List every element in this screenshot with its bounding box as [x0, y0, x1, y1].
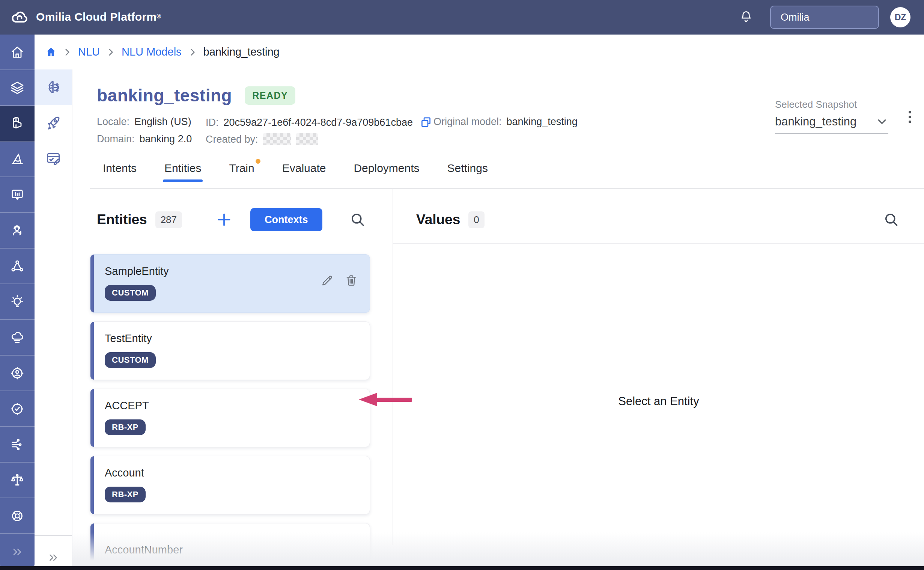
main-content: banking_testing READY Locale: English (U… [72, 69, 924, 570]
sidebar-collapse-button[interactable] [0, 534, 35, 570]
entity-card-accept[interactable]: ACCEPT RB-XP [90, 389, 370, 447]
entity-actions [320, 273, 359, 288]
sidebar-item-support[interactable] [0, 498, 35, 534]
collapse-icon [47, 551, 60, 564]
tab-evaluate[interactable]: Evaluate [282, 162, 326, 175]
lightbulb-icon [10, 294, 25, 310]
badge-check-icon [10, 401, 25, 417]
contexts-button[interactable]: Contexts [250, 208, 322, 231]
entity-name: ACCEPT [105, 400, 370, 412]
meta-created-by: Created by: [206, 133, 323, 145]
entity-card-test-entity[interactable]: TestEntity CUSTOM [90, 322, 370, 380]
id-label: ID: [206, 117, 219, 129]
entity-name: AccountNumber [105, 544, 370, 556]
sidebar-item-agent[interactable] [0, 213, 35, 248]
copy-id-icon[interactable] [420, 116, 432, 129]
tab-deployments[interactable]: Deployments [354, 162, 419, 175]
lifebuoy-icon [10, 509, 25, 523]
sidebar-item-analytics[interactable] [0, 142, 35, 177]
breadcrumb-home-icon[interactable] [45, 46, 57, 58]
snapshot-selector: Selected Snapshot banking_testing [775, 99, 888, 134]
delete-entity-icon[interactable] [344, 273, 359, 288]
sidebar-item-integrations[interactable] [0, 427, 35, 463]
id-value: 20c59a27-1e6f-4024-8cd7-9a709b61cbae [224, 117, 413, 129]
tab-train-label: Train [229, 162, 254, 174]
sidebar-item-home[interactable] [0, 35, 35, 70]
locale-label: Locale: [97, 116, 130, 128]
home-icon [10, 45, 25, 60]
topbar: Omilia Cloud Platform® Omilia DZ [0, 0, 924, 35]
entities-search-icon[interactable] [350, 211, 366, 228]
edit-entity-icon[interactable] [320, 273, 334, 288]
values-count-badge: 0 [468, 211, 484, 228]
sidebar-item-network[interactable] [0, 248, 35, 284]
secondary-sidebar-collapse-button[interactable] [35, 551, 72, 564]
sidebar-item-nlu[interactable] [35, 69, 72, 105]
domain-label: Domain: [97, 133, 135, 145]
sidebar-item-layers[interactable] [0, 70, 35, 106]
sidebar-item-conversations[interactable] [0, 177, 35, 213]
omilia-cloud-logo-icon [10, 8, 29, 28]
entity-card-sample-entity[interactable]: SampleEntity CUSTOM [90, 254, 370, 313]
entity-type-badge: RB-XP [105, 487, 146, 503]
original-model-value: banking_testing [507, 116, 577, 128]
breadcrumb-nlu[interactable]: NLU [78, 46, 100, 58]
model-title-row: banking_testing READY [97, 85, 295, 106]
form-check-icon [45, 150, 61, 167]
sidebar-item-blocks[interactable] [0, 106, 35, 142]
entities-count-badge: 287 [155, 211, 182, 228]
values-panel-header: Values 0 [416, 208, 900, 232]
scales-icon [10, 473, 25, 488]
entity-type-badge: RB-XP [105, 420, 146, 435]
secondary-sidebar [35, 69, 72, 570]
sidebar-item-insights[interactable] [0, 284, 35, 320]
tenant-selector-button[interactable]: Omilia [770, 6, 879, 29]
tab-entities[interactable]: Entities [164, 162, 201, 175]
entity-type-badge: CUSTOM [105, 352, 156, 368]
entity-name: Account [105, 467, 370, 479]
user-avatar[interactable]: DZ [890, 7, 910, 28]
more-options-icon[interactable] [907, 109, 913, 125]
annotation-arrow [359, 392, 412, 407]
chevron-right-icon [106, 48, 116, 57]
chevron-right-icon [188, 48, 197, 57]
model-tabs: Intents Entities Train Evaluate Deployme… [103, 162, 488, 175]
sidebar-item-forms-secondary[interactable] [35, 141, 72, 176]
layers-icon [10, 80, 25, 95]
breadcrumb-nlu-models[interactable]: NLU Models [122, 46, 182, 58]
values-search-icon[interactable] [883, 211, 900, 228]
primary-sidebar [0, 35, 35, 570]
tab-intents[interactable]: Intents [103, 162, 137, 175]
entity-card-account-number[interactable]: AccountNumber [90, 523, 370, 570]
tab-settings[interactable]: Settings [447, 162, 488, 175]
entity-card-account[interactable]: Account RB-XP [90, 456, 370, 515]
sidebar-item-compliance[interactable] [0, 463, 35, 498]
chip-icon [10, 437, 25, 452]
meta-domain: Domain: banking 2.0 [97, 133, 192, 145]
omilia-cloud-platform-app: Omilia Cloud Platform® Omilia DZ [0, 0, 924, 570]
snapshot-value: banking_testing [775, 115, 857, 129]
values-empty-state: Select an Entity [393, 395, 924, 408]
entities-title: Entities [97, 212, 147, 228]
window-bottom-edge [0, 566, 924, 570]
brand: Omilia Cloud Platform® [10, 7, 161, 28]
values-header-divider [393, 243, 924, 244]
sidebar-item-user-settings[interactable] [0, 355, 35, 391]
collapse-icon [11, 545, 24, 559]
sidebar-item-deployments-secondary[interactable] [35, 105, 72, 141]
meta-original-model: Original model: banking_testing [434, 116, 577, 128]
secondary-sidebar-divider [35, 535, 72, 536]
created-by-label: Created by: [206, 134, 258, 145]
notifications-bell-icon[interactable] [739, 10, 753, 25]
brand-title: Omilia Cloud Platform [36, 11, 156, 23]
snapshot-select[interactable]: banking_testing [775, 115, 888, 134]
compass-icon [10, 152, 25, 167]
topbar-right: Omilia DZ [739, 6, 910, 29]
meta-id: ID: 20c59a27-1e6f-4024-8cd7-9a709b61cbae [206, 116, 432, 129]
locale-value: English (US) [134, 116, 191, 128]
tab-train[interactable]: Train [229, 162, 254, 175]
sidebar-item-quality[interactable] [0, 391, 35, 427]
entities-values-panels: Entities 287 Contexts Values 0 Select a [72, 189, 924, 570]
add-entity-icon[interactable] [216, 211, 232, 228]
sidebar-item-cloud-services[interactable] [0, 320, 35, 355]
